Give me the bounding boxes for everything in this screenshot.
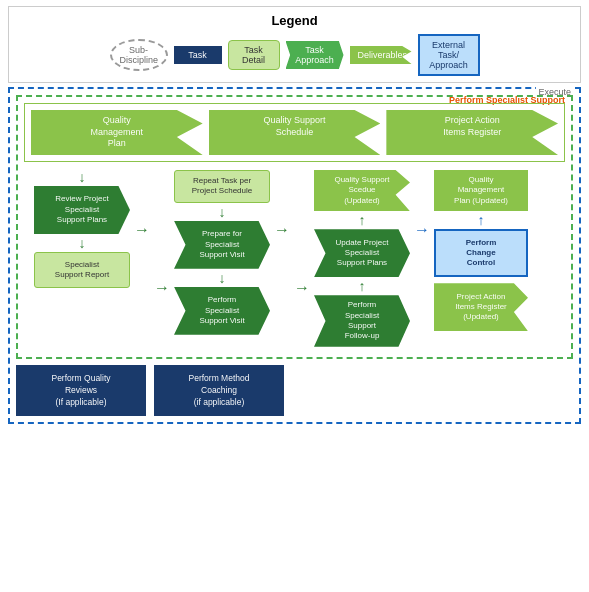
deliverable-project-action-updated: Project ActionItems Register(Updated): [434, 283, 528, 331]
deliverable-quality-support-schedule: Quality SupportSchedule: [209, 110, 381, 155]
legend-external-task: ExternalTask/Approach: [418, 34, 480, 76]
arrow-right-blue-1: →: [414, 222, 430, 238]
legend-section: Legend Sub-Discipline Task TaskDetail Ta…: [8, 6, 581, 83]
legend-task-detail: TaskDetail: [228, 40, 280, 70]
page-container: Legend Sub-Discipline Task TaskDetail Ta…: [0, 6, 589, 424]
arrow-up-1: ↑: [359, 213, 366, 227]
task-specialist-support-report: SpecialistSupport Report: [34, 252, 130, 288]
deliverable-quality-support-updated: Quality SupportScedue(Updated): [314, 170, 410, 211]
deliverable-project-action-items: Project ActionItems Register: [386, 110, 558, 155]
task-perform-quality-reviews: Perform QualityReviews(If applicable): [16, 365, 146, 417]
task-update-project: Update ProjectSpecialistSupport Plans: [314, 229, 410, 277]
arrow-right-2: →: [154, 280, 170, 296]
arrow-down-3: ↓: [219, 205, 226, 219]
legend-sub-discipline: Sub-Discipline: [110, 39, 168, 71]
task-perform-followup: PerformSpecialistSupportFollow-up: [314, 295, 410, 347]
arrow-down-1: ↓: [79, 170, 86, 184]
task-repeat-task: Repeat Task perProject Schedule: [174, 170, 270, 203]
arrow-right-1: →: [134, 222, 150, 238]
arrow-up-blue: ↑: [478, 213, 485, 227]
arrow-up-2: ↑: [359, 279, 366, 293]
legend-task-approach: TaskApproach: [286, 41, 344, 69]
arrow-right-4: →: [294, 280, 310, 296]
spacer-2: [437, 365, 574, 417]
main-diagram-area: Execute Perform Specialist Support Quali…: [8, 87, 581, 424]
arrow-down-2: ↓: [79, 236, 86, 250]
legend-task: Task: [174, 46, 222, 64]
task-review-project: Review ProjectSpecialistSupport Plans: [34, 186, 130, 234]
task-perform-specialist-visit: PerformSpecialistSupport Visit: [174, 287, 270, 335]
task-perform-method-coaching: Perform MethodCoaching(if applicable): [154, 365, 284, 417]
task-prepare-specialist: Prepare forSpecialistSupport Visit: [174, 221, 270, 269]
legend-title: Legend: [17, 13, 572, 28]
deliverable-quality-mgmt-plan: QualityManagementPlan: [31, 110, 203, 155]
legend-deliverables: Deliverables: [350, 46, 412, 64]
deliverables-row: QualityManagementPlan Quality SupportSch…: [24, 103, 565, 162]
spacer-1: [292, 365, 429, 417]
legend-items: Sub-Discipline Task TaskDetail TaskAppro…: [17, 34, 572, 76]
task-perform-change-control: PerformChangeControl: [434, 229, 528, 277]
deliverable-quality-mgmt-updated: QualityManagementPlan (Updated): [434, 170, 528, 211]
arrow-right-3: →: [274, 222, 290, 238]
bottom-tasks-row: Perform QualityReviews(If applicable) Pe…: [16, 365, 573, 417]
inner-green-box: QualityManagementPlan Quality SupportSch…: [16, 95, 573, 359]
arrow-down-4: ↓: [219, 271, 226, 285]
